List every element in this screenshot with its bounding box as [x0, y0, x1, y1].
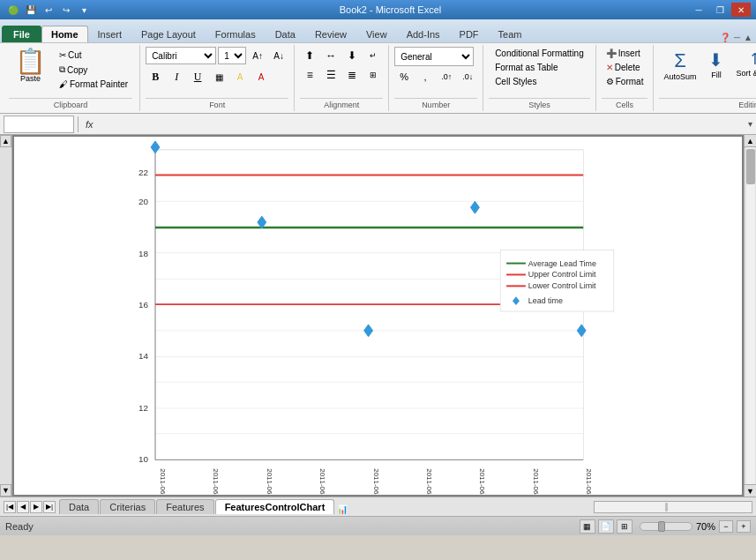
sheet-nav-prev[interactable]: ◀	[17, 501, 29, 513]
sum-button[interactable]: Σ AutoSum	[659, 47, 700, 84]
sheet-tab-data[interactable]: Data	[59, 499, 99, 514]
tab-team[interactable]: Team	[489, 26, 532, 42]
tab-page-layout[interactable]: Page Layout	[131, 26, 206, 42]
fx-button[interactable]: fx	[82, 119, 97, 130]
tab-view[interactable]: View	[356, 26, 397, 42]
align-center-button[interactable]: ☰	[321, 66, 341, 84]
alignment-group: ⬆ ↔ ⬇ ↵ ≡ ☰ ≣ ⊞ Alignment	[295, 45, 389, 111]
sheet-tab-criterias[interactable]: Criterias	[100, 499, 155, 514]
number-buttons: % , .0↑ .0↓	[394, 68, 477, 86]
sheet-tab-features-control-chart[interactable]: FeaturesControlChart	[215, 499, 335, 514]
scroll-down-arrow[interactable]: ▼	[745, 484, 756, 497]
normal-view-button[interactable]: ▦	[580, 519, 595, 534]
font-name-select[interactable]: Calibri	[146, 47, 216, 64]
conditional-formatting-button[interactable]: Conditional Formatting	[489, 47, 590, 60]
number-format-select[interactable]: General	[394, 47, 474, 66]
zoom-out-button[interactable]: −	[719, 520, 733, 533]
comma-button[interactable]: ,	[415, 68, 435, 86]
quick-access-dropdown-icon[interactable]: ▾	[76, 2, 92, 18]
align-top-button[interactable]: ⬆	[300, 47, 319, 64]
align-right-button[interactable]: ≣	[342, 66, 362, 84]
number-group: General % , .0↑ .0↓ Number	[389, 45, 483, 111]
cell-styles-button[interactable]: Cell Styles	[489, 75, 543, 88]
minimize-button[interactable]: ─	[689, 3, 708, 17]
format-cells-button[interactable]: ⚙ Format	[602, 75, 648, 88]
tab-review[interactable]: Review	[305, 26, 356, 42]
zoom-in-button[interactable]: +	[737, 520, 751, 533]
tab-pdf[interactable]: PDF	[450, 26, 489, 42]
zoom-slider-thumb[interactable]	[658, 521, 665, 532]
align-middle-button[interactable]: ↔	[321, 47, 341, 64]
number-label: Number	[394, 98, 477, 109]
title-bar: 🟢 💾 ↩ ↪ ▾ Book2 - Microsoft Excel ─ ❐ ✕	[0, 0, 756, 19]
sheet-nav-last[interactable]: ▶|	[43, 501, 56, 513]
clipboard-label: Clipboard	[9, 98, 132, 109]
sheet-nav-next[interactable]: ▶	[30, 501, 42, 513]
tab-file[interactable]: File	[2, 26, 41, 42]
italic-button[interactable]: I	[167, 68, 186, 86]
zoom-slider[interactable]	[640, 522, 692, 531]
page-layout-view-button[interactable]: 📄	[598, 519, 614, 534]
delete-cells-button[interactable]: ✕ Delete	[602, 61, 645, 74]
sheet-tab-features[interactable]: Features	[156, 499, 213, 514]
save-icon[interactable]: 💾	[23, 2, 39, 18]
copy-icon: ⧉	[59, 64, 65, 75]
cut-button[interactable]: ✂ Cut	[55, 49, 132, 62]
formula-divider	[78, 116, 79, 132]
svg-text:Average Lead Time: Average Lead Time	[528, 259, 596, 268]
format-as-table-button[interactable]: Format as Table	[489, 61, 565, 74]
ribbon-help-icon[interactable]: ❓	[720, 33, 730, 42]
scroll-up-button[interactable]: ▲	[0, 135, 11, 147]
tab-data[interactable]: Data	[266, 26, 305, 42]
svg-text:2011-06-19: 2011-06-19	[532, 468, 540, 495]
tab-formulas[interactable]: Formulas	[206, 26, 266, 42]
svg-text:10: 10	[138, 454, 149, 464]
formula-input[interactable]	[101, 116, 745, 133]
name-box[interactable]	[4, 116, 74, 133]
sum-icon: Σ	[674, 49, 686, 72]
paste-button[interactable]: 📋 Paste	[9, 47, 52, 91]
delete-icon: ✕	[606, 63, 613, 72]
sort-filter-button[interactable]: ⇅ Sort & Filter	[731, 47, 756, 80]
format-painter-button[interactable]: 🖌 Format Painter	[55, 78, 132, 91]
sheet-tab-icon[interactable]: 📊	[337, 504, 348, 514]
increase-decimal-button[interactable]: .0↑	[437, 68, 456, 86]
underline-button[interactable]: U	[188, 68, 207, 86]
page-break-view-button[interactable]: ⊞	[617, 519, 632, 534]
copy-button[interactable]: ⧉ Copy	[55, 63, 132, 77]
align-left-button[interactable]: ≡	[300, 66, 319, 84]
merge-center-button[interactable]: ⊞	[363, 66, 383, 84]
ribbon-minimize-icon[interactable]: ▲	[744, 33, 752, 42]
alignment-row-2: ≡ ☰ ≣ ⊞	[300, 66, 383, 84]
scroll-down-left-button[interactable]: ▼	[0, 484, 11, 497]
tab-home[interactable]: Home	[41, 26, 88, 42]
ribbon-options-icon[interactable]: ─	[734, 33, 740, 42]
restore-button[interactable]: ❐	[710, 3, 730, 17]
insert-cells-button[interactable]: ➕ Insert	[602, 47, 645, 60]
decrease-font-button[interactable]: A↓	[269, 47, 288, 64]
tab-insert[interactable]: Insert	[88, 26, 132, 42]
font-color-button[interactable]: A	[251, 68, 271, 86]
border-button[interactable]: ▦	[209, 68, 228, 86]
font-size-select[interactable]: 10	[218, 47, 246, 64]
hscroll-thumb[interactable]	[665, 503, 668, 511]
fill-color-button[interactable]: A	[230, 68, 250, 86]
tab-add-ins[interactable]: Add-Ins	[397, 26, 450, 42]
fill-button[interactable]: ⬇ Fill	[704, 47, 728, 82]
redo-icon[interactable]: ↪	[58, 2, 74, 18]
increase-font-button[interactable]: A↑	[248, 47, 267, 64]
fill-label: Fill	[711, 71, 722, 79]
formula-dropdown-icon[interactable]: ▾	[748, 119, 752, 129]
bold-button[interactable]: B	[146, 68, 165, 86]
align-bottom-button[interactable]: ⬇	[342, 47, 362, 64]
decrease-decimal-button[interactable]: .0↓	[458, 68, 477, 86]
svg-text:2011-06-20: 2011-06-20	[585, 468, 593, 495]
scroll-thumb[interactable]	[746, 149, 755, 184]
percent-button[interactable]: %	[394, 68, 414, 86]
sheet-nav-first[interactable]: |◀	[4, 501, 16, 513]
undo-icon[interactable]: ↩	[41, 2, 56, 18]
wrap-text-button[interactable]: ↵	[363, 47, 383, 64]
scroll-up-arrow[interactable]: ▲	[745, 135, 756, 147]
close-button[interactable]: ✕	[731, 3, 751, 17]
horizontal-scrollbar[interactable]	[594, 501, 752, 513]
